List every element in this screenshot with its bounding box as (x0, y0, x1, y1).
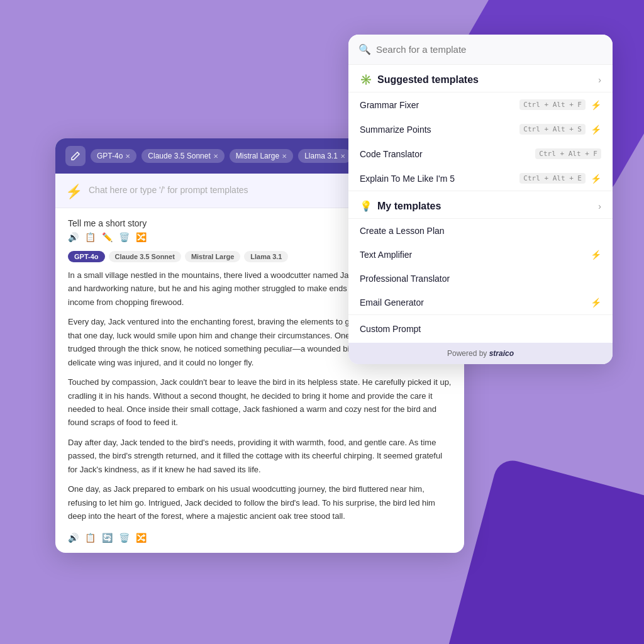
delete-icon[interactable]: 🗑️ (119, 232, 130, 242)
response-shuffle-icon[interactable]: 🔀 (136, 533, 147, 543)
template-item-lesson-plan[interactable]: Create a Lesson Plan (348, 219, 613, 243)
template-item-text-amplifier[interactable]: Text Amplifier ⚡ (348, 243, 613, 267)
lightning-grammar-icon: ⚡ (591, 100, 601, 110)
edit-icon[interactable] (65, 146, 86, 166)
response-action-icons: 🔊 📋 🔄 🗑️ 🔀 (68, 530, 452, 543)
template-dropdown: 🔍 ✳️ Suggested templates › Grammar Fixer… (348, 35, 613, 364)
template-item-code-translator[interactable]: Code Translator Ctrl + Alt + F (348, 142, 613, 166)
edit-message-icon[interactable]: ✏️ (102, 232, 113, 242)
template-item-summarize[interactable]: Summarize Points Ctrl + Alt + S ⚡ (348, 117, 613, 142)
chat-tab-mistral[interactable]: Mistral Large ✕ (230, 149, 293, 163)
sparkle-icon: ✳️ (360, 74, 372, 86)
brand-name: straico (489, 349, 514, 358)
lightning-summarize-icon: ⚡ (591, 125, 601, 135)
template-item-right: Ctrl + Alt + S ⚡ (519, 124, 601, 135)
template-item-email-generator[interactable]: Email Generator ⚡ (348, 291, 613, 314)
chat-tab-llama[interactable]: Llama 3.1 ✕ (298, 149, 352, 163)
template-item-right: Ctrl + Alt + F ⚡ (519, 99, 601, 110)
my-section-title: 💡 My templates (360, 200, 441, 212)
lightning-text-amplifier-icon: ⚡ (591, 250, 601, 260)
suggested-templates-section: ✳️ Suggested templates › Grammar Fixer C… (348, 65, 613, 191)
custom-prompt-item[interactable]: Custom Prompt (348, 314, 613, 343)
close-tab-claude[interactable]: ✕ (213, 153, 218, 160)
bg-decoration-bottom-right (444, 457, 644, 644)
template-item-explain[interactable]: Explain To Me Like I'm 5 Ctrl + Alt + E … (348, 166, 613, 191)
lightning-icon: ⚡ (65, 184, 82, 200)
response-copy-icon[interactable]: 📋 (85, 533, 96, 543)
response-delete-icon[interactable]: 🗑️ (119, 533, 130, 543)
response-refresh-icon[interactable]: 🔄 (102, 533, 113, 543)
close-tab-gpt4o[interactable]: ✕ (125, 153, 130, 160)
audio-icon[interactable]: 🔊 (68, 232, 79, 242)
powered-by-footer: Powered by straico (348, 343, 613, 364)
lightning-email-icon: ⚡ (591, 297, 601, 308)
close-tab-mistral[interactable]: ✕ (282, 153, 287, 160)
template-item-right: Ctrl + Alt + F (535, 148, 601, 159)
suggested-templates-header: ✳️ Suggested templates › (348, 65, 613, 92)
close-tab-llama[interactable]: ✕ (340, 153, 345, 160)
chat-tab-gpt4o[interactable]: GPT-4o ✕ (91, 149, 136, 163)
shuffle-icon[interactable]: 🔀 (136, 232, 147, 242)
my-templates-header: 💡 My templates › (348, 191, 613, 219)
search-input[interactable] (376, 44, 602, 55)
my-templates-chevron-icon[interactable]: › (598, 201, 601, 211)
template-item-grammar-fixer[interactable]: Grammar Fixer Ctrl + Alt + F ⚡ (348, 92, 613, 117)
response-audio-icon[interactable]: 🔊 (68, 533, 79, 543)
bulb-icon: 💡 (360, 200, 372, 212)
template-search-bar[interactable]: 🔍 (348, 35, 613, 65)
template-item-professional-translator[interactable]: Professional Translator (348, 267, 613, 291)
badge-mistral: Mistral Large (185, 251, 240, 262)
copy-icon[interactable]: 📋 (85, 232, 96, 242)
suggested-chevron-icon[interactable]: › (598, 75, 601, 85)
suggested-section-title: ✳️ Suggested templates (360, 74, 479, 86)
template-item-right: Ctrl + Alt + E ⚡ (519, 173, 601, 184)
badge-claude: Claude 3.5 Sonnet (109, 251, 181, 262)
search-icon: 🔍 (358, 43, 371, 55)
chat-tab-claude[interactable]: Claude 3.5 Sonnet ✕ (142, 149, 224, 163)
lightning-explain-icon: ⚡ (591, 174, 601, 184)
my-templates-section: 💡 My templates › Create a Lesson Plan Te… (348, 191, 613, 343)
badge-gpt4o: GPT-4o (68, 251, 105, 262)
badge-llama: Llama 3.1 (244, 251, 288, 262)
